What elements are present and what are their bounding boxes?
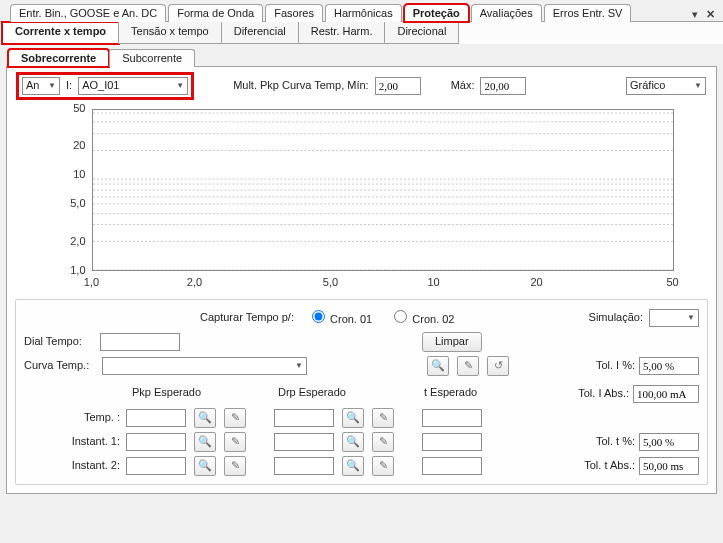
- tab-entr-bin[interactable]: Entr. Bin., GOOSE e An. DC: [10, 4, 166, 22]
- chevron-down-icon: ▼: [48, 81, 56, 91]
- temp-label: Temp. :: [24, 411, 120, 424]
- edit-icon[interactable]: ✎: [224, 456, 246, 476]
- x-tick: 5,0: [323, 276, 338, 289]
- tab-erros-sv[interactable]: Erros Entr. SV: [544, 4, 632, 22]
- tol-t-abs-input[interactable]: [639, 457, 699, 475]
- temp-t-input[interactable]: [422, 409, 482, 427]
- mode-combo[interactable]: An ▼: [22, 77, 60, 95]
- y-tick: 2,0: [42, 235, 86, 248]
- channel-combo[interactable]: AO_I01 ▼: [78, 77, 188, 95]
- cron2-radio-input[interactable]: [394, 310, 407, 323]
- edit-icon[interactable]: ✎: [372, 408, 394, 428]
- tab-direcional[interactable]: Direcional: [384, 22, 459, 44]
- drp-header: Drp Esperado: [276, 386, 416, 399]
- pick-icon[interactable]: 🔍: [342, 456, 364, 476]
- temp-drp-input[interactable]: [274, 409, 334, 427]
- tol-t-abs-label: Tol. t Abs.:: [584, 459, 635, 472]
- inst2-t-input[interactable]: [422, 457, 482, 475]
- dial-label: Dial Tempo:: [24, 335, 94, 348]
- tab-sobrecorrente[interactable]: Sobrecorrente: [8, 49, 109, 67]
- capture-label: Capturar Tempo p/:: [200, 311, 294, 324]
- limpar-button[interactable]: Limpar: [422, 332, 482, 351]
- tab-corrente-tempo[interactable]: Corrente x tempo: [2, 22, 119, 44]
- tab-diferencial[interactable]: Diferencial: [221, 22, 299, 44]
- curve-combo[interactable]: ▼: [102, 357, 307, 375]
- tol-i-label: Tol. I %:: [596, 359, 635, 372]
- inst1-t-input[interactable]: [422, 433, 482, 451]
- tol-i-input[interactable]: [639, 357, 699, 375]
- cron1-radio[interactable]: Cron. 01: [312, 310, 372, 326]
- tol-t-input[interactable]: [639, 433, 699, 451]
- cron1-label: Cron. 01: [330, 313, 372, 325]
- tab-avaliacoes[interactable]: Avaliações: [471, 4, 542, 22]
- tol-i-abs-label: Tol. I Abs.:: [578, 387, 629, 400]
- dial-row: Dial Tempo: Limpar: [24, 330, 699, 354]
- y-tick: 50: [42, 102, 86, 115]
- mult-max-value[interactable]: [484, 80, 522, 92]
- y-tick: 1,0: [42, 264, 86, 277]
- pick-icon[interactable]: 🔍: [194, 408, 216, 428]
- instant1-row: Instant. 1: 🔍 ✎ 🔍 ✎ Tol. t %:: [24, 430, 699, 454]
- tab-subcorrente[interactable]: Subcorrente: [109, 49, 195, 67]
- chevron-down-icon: ▼: [176, 81, 184, 91]
- edit-icon[interactable]: ✎: [224, 432, 246, 452]
- inst1-drp-input[interactable]: [274, 433, 334, 451]
- instant1-label: Instant. 1:: [24, 435, 120, 448]
- mult-min-value[interactable]: [379, 80, 417, 92]
- simulacao-combo[interactable]: ▼: [649, 309, 699, 327]
- curve-row: Curva Temp.: ▼ 🔍 ✎ ↺ Tol. I %:: [24, 354, 699, 378]
- edit-icon[interactable]: ✎: [224, 408, 246, 428]
- reset-zoom-icon[interactable]: ↺: [487, 356, 509, 376]
- y-tick: 5,0: [42, 197, 86, 210]
- inst2-pkp-input[interactable]: [126, 457, 186, 475]
- dropdown-icon[interactable]: ▾: [688, 8, 702, 21]
- inst2-drp-input[interactable]: [274, 457, 334, 475]
- expected-header-row: Pkp Esperado Drp Esperado t Esperado Tol…: [24, 382, 699, 406]
- channel-label: I:: [66, 79, 72, 92]
- simulacao-label: Simulação:: [589, 311, 643, 324]
- pick-icon[interactable]: 🔍: [194, 456, 216, 476]
- x-tick: 1,0: [84, 276, 99, 289]
- tab-fasores[interactable]: Fasores: [265, 4, 323, 22]
- x-tick: 50: [666, 276, 678, 289]
- tab-tensao-tempo[interactable]: Tensão x tempo: [118, 22, 222, 44]
- x-tick: 20: [530, 276, 542, 289]
- chevron-down-icon: ▼: [694, 81, 702, 91]
- tab-forma-onda[interactable]: Forma de Onda: [168, 4, 263, 22]
- line-tool-icon[interactable]: ✎: [457, 356, 479, 376]
- instant2-label: Instant. 2:: [24, 459, 120, 472]
- pick-icon[interactable]: 🔍: [194, 432, 216, 452]
- tab-protecao[interactable]: Proteção: [404, 4, 469, 22]
- edit-icon[interactable]: ✎: [372, 456, 394, 476]
- y-tick: 10: [42, 168, 86, 181]
- tol-t-label: Tol. t %:: [596, 435, 635, 448]
- instant2-row: Instant. 2: 🔍 ✎ 🔍 ✎ Tol. t Abs.:: [24, 454, 699, 478]
- temp-pkp-input[interactable]: [126, 409, 186, 427]
- temp-row: Temp. : 🔍 ✎ 🔍 ✎: [24, 406, 699, 430]
- mult-max-input[interactable]: [480, 77, 526, 95]
- bottom-controls: Capturar Tempo p/: Cron. 01 Cron. 02 Sim…: [15, 299, 708, 485]
- main-panel: An ▼ I: AO_I01 ▼ Mult. Pkp Curva Temp, M…: [6, 66, 717, 494]
- capture-row: Capturar Tempo p/: Cron. 01 Cron. 02 Sim…: [24, 306, 699, 330]
- close-icon[interactable]: ✕: [702, 8, 719, 21]
- pick-icon[interactable]: 🔍: [342, 432, 364, 452]
- tol-i-abs-input[interactable]: [633, 385, 699, 403]
- pick-icon[interactable]: 🔍: [342, 408, 364, 428]
- tab-restr-harm[interactable]: Restr. Harm.: [298, 22, 386, 44]
- mode-combo-label: An: [26, 79, 39, 92]
- selector-row: An ▼ I: AO_I01 ▼ Mult. Pkp Curva Temp, M…: [7, 67, 716, 103]
- tab-harmonicas[interactable]: Harmônicas: [325, 4, 402, 22]
- channel-combo-value: AO_I01: [82, 79, 119, 92]
- inst1-pkp-input[interactable]: [126, 433, 186, 451]
- view-combo[interactable]: Gráfico ▼: [626, 77, 706, 95]
- chart-plot[interactable]: [92, 109, 674, 271]
- t-header: t Esperado: [422, 386, 532, 399]
- mult-min-label: Mult. Pkp Curva Temp, Mín:: [233, 79, 369, 92]
- dial-input[interactable]: [100, 333, 180, 351]
- zoom-out-icon[interactable]: 🔍: [427, 356, 449, 376]
- cron1-radio-input[interactable]: [312, 310, 325, 323]
- curve-label: Curva Temp.:: [24, 359, 96, 372]
- cron2-radio[interactable]: Cron. 02: [394, 310, 454, 326]
- mult-min-input[interactable]: [375, 77, 421, 95]
- edit-icon[interactable]: ✎: [372, 432, 394, 452]
